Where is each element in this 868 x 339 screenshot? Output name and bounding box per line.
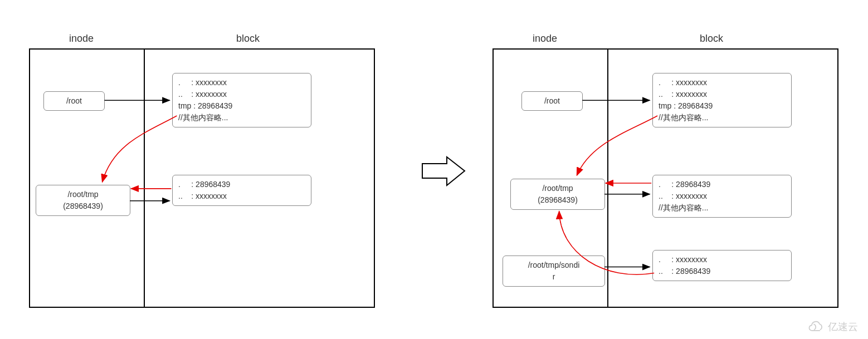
block-root: . : xxxxxxxx .. : xxxxxxxx tmp : 2896843…	[172, 73, 311, 127]
cloud-icon	[806, 321, 825, 333]
block-sondir: . : xxxxxxxx .. : 28968439	[652, 250, 792, 281]
inode-root: /root	[521, 91, 583, 111]
block-root: . : xxxxxxxx .. : xxxxxxxx tmp : 2896843…	[652, 73, 792, 127]
inode-tmp: /root/tmp (28968439)	[510, 179, 605, 210]
panel-divider	[144, 50, 145, 307]
left-panel: inode block /root . : xxxxxxxx .. : xxxx…	[29, 48, 375, 308]
panel-divider	[607, 50, 608, 307]
block-tmp: . : 28968439 .. : xxxxxxxx //其他内容略...	[652, 175, 792, 218]
transition-arrow-icon	[421, 156, 466, 186]
inode-tmp: /root/tmp (28968439)	[36, 185, 130, 216]
header-block: block	[236, 33, 260, 45]
watermark: 亿速云	[806, 320, 858, 333]
inode-root: /root	[43, 91, 105, 111]
block-tmp: . : 28968439 .. : xxxxxxxx	[172, 175, 311, 206]
header-inode: inode	[533, 33, 557, 45]
header-inode: inode	[69, 33, 94, 45]
right-panel: inode block /root . : xxxxxxxx .. : xxxx…	[492, 48, 838, 308]
inode-sondir: /root/tmp/sondi r	[503, 256, 605, 287]
watermark-text: 亿速云	[828, 320, 858, 333]
header-block: block	[700, 33, 723, 45]
